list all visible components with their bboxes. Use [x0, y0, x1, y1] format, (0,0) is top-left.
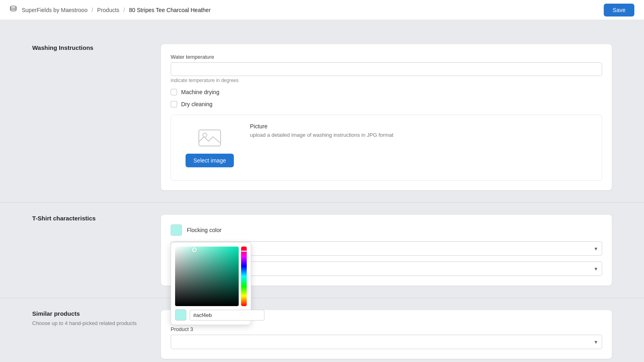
svg-point-2: [203, 133, 207, 137]
color-picker-popup: [171, 242, 251, 325]
color-bottom-row: [175, 309, 247, 321]
similar-section-title: Similar products: [32, 310, 145, 317]
water-temperature-input[interactable]: [171, 62, 602, 76]
product3-dropdown-select[interactable]: [171, 335, 602, 349]
breadcrumb: SuperFields by Maestrooo / Products / 80…: [10, 5, 211, 14]
image-info-col: Picture upload a detailed image of washi…: [250, 121, 393, 174]
breadcrumb-current-product: 80 Stripes Tee Charcoal Heather: [129, 7, 211, 13]
tshirt-characteristics-section: T-Shirt characteristics Flocking color: [0, 203, 644, 298]
dry-cleaning-label: Dry cleaning: [181, 101, 213, 107]
water-temperature-label: Water temperature: [171, 54, 602, 60]
breadcrumb-sep2: /: [124, 7, 125, 13]
similar-section-description: Choose up to 4 hand-picked related produ…: [32, 319, 145, 327]
picture-description: upload a detailed image of washing instr…: [250, 131, 393, 139]
database-icon: [10, 5, 17, 14]
similar-products-section: Similar products Choose up to 4 hand-pic…: [0, 298, 644, 362]
machine-drying-row: Machine drying: [171, 89, 602, 95]
water-temperature-field: Water temperature indicate temperature i…: [171, 54, 602, 83]
washing-section-label-col: Washing Instructions: [32, 44, 161, 53]
tshirt-section-label-col: T-Shirt characteristics: [32, 215, 161, 224]
flocking-color-swatch[interactable]: [171, 224, 182, 236]
picture-title: Picture: [250, 123, 393, 130]
color-hue-bar[interactable]: [241, 247, 247, 306]
top-navigation: SuperFields by Maestrooo / Products / 80…: [0, 0, 644, 20]
water-temperature-hint: indicate temperature in degrees: [171, 78, 602, 83]
svg-rect-1: [199, 130, 221, 146]
product3-label: Product 3: [171, 326, 602, 332]
dry-cleaning-checkbox[interactable]: [171, 101, 177, 107]
product3-dropdown-field: ▾: [171, 335, 602, 349]
breadcrumb-sep1: /: [91, 7, 93, 13]
select-image-button[interactable]: Select image: [186, 154, 234, 167]
image-preview-box: Select image: [178, 121, 242, 174]
image-placeholder-icon: [198, 128, 222, 148]
flocking-color-row: Flocking color: [171, 224, 602, 236]
page-content: Washing Instructions Water temperature i…: [0, 20, 644, 362]
flocking-color-container: Flocking color: [171, 224, 602, 236]
color-current-swatch: [175, 309, 186, 321]
color-gradient-area[interactable]: [175, 247, 239, 306]
machine-drying-checkbox[interactable]: [171, 89, 177, 95]
tshirt-section-title: T-Shirt characteristics: [32, 215, 145, 222]
picture-upload-area: Select image Picture upload a detailed i…: [171, 115, 602, 181]
dry-cleaning-row: Dry cleaning: [171, 101, 602, 107]
color-picker-dot: [192, 247, 197, 252]
flocking-color-label: Flocking color: [187, 227, 221, 233]
similar-section-label-col: Similar products Choose up to 4 hand-pic…: [32, 310, 161, 327]
breadcrumb-products[interactable]: Products: [97, 7, 119, 13]
save-button[interactable]: Save: [604, 4, 634, 16]
tshirt-section-content: Flocking color: [161, 215, 612, 286]
washing-section-title: Washing Instructions: [32, 44, 145, 51]
color-hex-input[interactable]: [190, 310, 264, 321]
machine-drying-label: Machine drying: [181, 89, 219, 95]
washing-instructions-section: Washing Instructions Water temperature i…: [0, 32, 644, 203]
washing-section-content: Water temperature indicate temperature i…: [161, 44, 612, 190]
breadcrumb-app[interactable]: SuperFields by Maestrooo: [22, 7, 87, 13]
svg-point-0: [10, 6, 16, 8]
